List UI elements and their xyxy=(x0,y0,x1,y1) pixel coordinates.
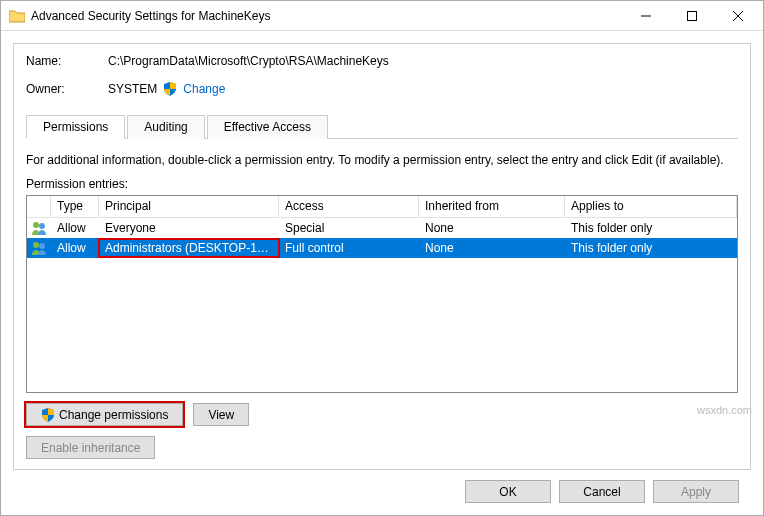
owner-label: Owner: xyxy=(26,82,108,96)
cell-type: Allow xyxy=(51,219,99,237)
grid-header: Type Principal Access Inherited from App… xyxy=(27,196,737,218)
minimize-button[interactable] xyxy=(623,1,669,31)
maximize-button[interactable] xyxy=(669,1,715,31)
tab-strip: Permissions Auditing Effective Access xyxy=(26,114,738,139)
owner-row: Owner: SYSTEM Change xyxy=(26,82,738,96)
content-area: Name: C:\ProgramData\Microsoft\Crypto\RS… xyxy=(1,31,763,515)
svg-point-4 xyxy=(33,222,39,228)
column-access[interactable]: Access xyxy=(279,196,419,217)
cell-access: Full control xyxy=(279,239,419,257)
window-controls xyxy=(623,1,761,31)
users-icon xyxy=(31,240,47,256)
svg-point-5 xyxy=(39,223,45,229)
name-label: Name: xyxy=(26,54,108,68)
apply-button: Apply xyxy=(653,480,739,503)
view-button[interactable]: View xyxy=(193,403,249,426)
entries-label: Permission entries: xyxy=(26,177,738,191)
svg-point-7 xyxy=(39,243,45,249)
ok-button[interactable]: OK xyxy=(465,480,551,503)
cell-principal: Administrators (DESKTOP-1M… xyxy=(99,239,279,257)
uac-shield-icon xyxy=(41,408,55,422)
name-row: Name: C:\ProgramData\Microsoft\Crypto\RS… xyxy=(26,54,738,68)
column-inherited[interactable]: Inherited from xyxy=(419,196,565,217)
info-text: For additional information, double-click… xyxy=(26,153,738,167)
grid-body: Allow Everyone Special None This folder … xyxy=(27,218,737,392)
column-icon[interactable] xyxy=(27,196,51,217)
title-bar: Advanced Security Settings for MachineKe… xyxy=(1,1,763,31)
action-row-1: Change permissions View xyxy=(26,403,738,426)
table-row[interactable]: Allow Administrators (DESKTOP-1M… Full c… xyxy=(27,238,737,258)
cell-applies: This folder only xyxy=(565,239,737,257)
column-type[interactable]: Type xyxy=(51,196,99,217)
table-row[interactable]: Allow Everyone Special None This folder … xyxy=(27,218,737,238)
action-row-2: Enable inheritance xyxy=(26,436,738,459)
main-panel: Name: C:\ProgramData\Microsoft\Crypto\RS… xyxy=(13,43,751,470)
cell-inherited: None xyxy=(419,219,565,237)
cell-principal: Everyone xyxy=(99,219,279,237)
cancel-button[interactable]: Cancel xyxy=(559,480,645,503)
cell-access: Special xyxy=(279,219,419,237)
tab-permissions[interactable]: Permissions xyxy=(26,115,125,139)
tab-effective-access[interactable]: Effective Access xyxy=(207,115,328,139)
owner-value: SYSTEM xyxy=(108,82,157,96)
dialog-footer: OK Cancel Apply xyxy=(13,470,751,503)
cell-type: Allow xyxy=(51,239,99,257)
close-button[interactable] xyxy=(715,1,761,31)
dialog-window: Advanced Security Settings for MachineKe… xyxy=(0,0,764,516)
enable-inheritance-button: Enable inheritance xyxy=(26,436,155,459)
column-applies[interactable]: Applies to xyxy=(565,196,737,217)
change-permissions-label: Change permissions xyxy=(59,408,168,422)
permission-grid: Type Principal Access Inherited from App… xyxy=(26,195,738,393)
change-owner-link[interactable]: Change xyxy=(183,82,225,96)
change-permissions-button[interactable]: Change permissions xyxy=(26,403,183,426)
uac-shield-icon xyxy=(163,82,177,96)
users-icon xyxy=(31,220,47,236)
column-principal[interactable]: Principal xyxy=(99,196,279,217)
svg-rect-1 xyxy=(688,11,697,20)
cell-applies: This folder only xyxy=(565,219,737,237)
cell-inherited: None xyxy=(419,239,565,257)
name-value: C:\ProgramData\Microsoft\Crypto\RSA\Mach… xyxy=(108,54,389,68)
tab-auditing[interactable]: Auditing xyxy=(127,115,204,139)
window-title: Advanced Security Settings for MachineKe… xyxy=(31,9,623,23)
folder-icon xyxy=(9,9,25,23)
svg-point-6 xyxy=(33,242,39,248)
